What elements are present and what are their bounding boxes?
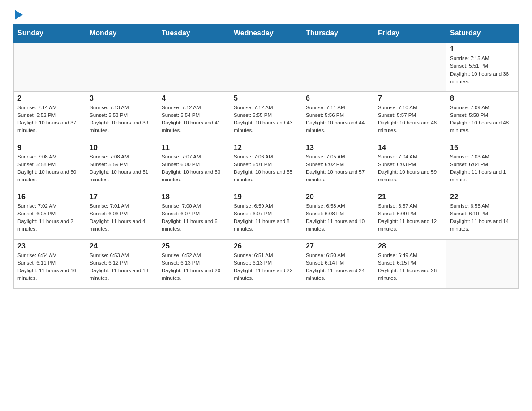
calendar-cell: 3Sunrise: 7:13 AMSunset: 5:53 PMDaylight… xyxy=(86,91,158,141)
calendar-header-monday: Monday xyxy=(86,25,158,43)
day-info: Sunrise: 6:51 AMSunset: 6:13 PMDaylight:… xyxy=(234,252,298,283)
calendar-week-row: 2Sunrise: 7:14 AMSunset: 5:52 PMDaylight… xyxy=(14,91,519,141)
calendar-cell: 7Sunrise: 7:10 AMSunset: 5:57 PMDaylight… xyxy=(374,91,446,141)
day-number: 18 xyxy=(162,193,226,201)
day-info: Sunrise: 7:01 AMSunset: 6:06 PMDaylight:… xyxy=(90,202,154,233)
day-info: Sunrise: 7:15 AMSunset: 5:51 PMDaylight:… xyxy=(450,55,515,86)
day-info: Sunrise: 6:49 AMSunset: 6:15 PMDaylight:… xyxy=(378,252,442,283)
page-header xyxy=(13,9,519,20)
calendar-cell: 5Sunrise: 7:12 AMSunset: 5:55 PMDaylight… xyxy=(230,91,302,141)
day-info: Sunrise: 7:10 AMSunset: 5:57 PMDaylight:… xyxy=(378,104,442,135)
day-number: 11 xyxy=(162,144,226,152)
calendar-cell: 9Sunrise: 7:08 AMSunset: 5:58 PMDaylight… xyxy=(14,141,86,190)
calendar-cell: 8Sunrise: 7:09 AMSunset: 5:58 PMDaylight… xyxy=(446,91,519,141)
day-info: Sunrise: 7:08 AMSunset: 5:58 PMDaylight:… xyxy=(17,153,82,184)
calendar-cell: 23Sunrise: 6:54 AMSunset: 6:11 PMDayligh… xyxy=(14,239,86,288)
calendar-cell: 12Sunrise: 7:06 AMSunset: 6:01 PMDayligh… xyxy=(230,141,302,190)
day-number: 3 xyxy=(90,94,154,103)
day-number: 26 xyxy=(234,242,298,250)
logo xyxy=(13,9,23,20)
day-info: Sunrise: 6:54 AMSunset: 6:11 PMDaylight:… xyxy=(17,252,82,283)
calendar-cell: 13Sunrise: 7:05 AMSunset: 6:02 PMDayligh… xyxy=(302,141,374,190)
calendar-cell: 16Sunrise: 7:02 AMSunset: 6:05 PMDayligh… xyxy=(14,190,86,239)
day-number: 9 xyxy=(17,144,82,152)
day-number: 27 xyxy=(306,242,370,250)
day-info: Sunrise: 7:04 AMSunset: 6:03 PMDaylight:… xyxy=(378,153,442,184)
day-info: Sunrise: 7:13 AMSunset: 5:53 PMDaylight:… xyxy=(90,104,154,135)
day-info: Sunrise: 7:05 AMSunset: 6:02 PMDaylight:… xyxy=(306,153,370,184)
day-info: Sunrise: 7:02 AMSunset: 6:05 PMDaylight:… xyxy=(17,202,82,233)
day-info: Sunrise: 6:52 AMSunset: 6:13 PMDaylight:… xyxy=(162,252,226,283)
calendar-week-row: 16Sunrise: 7:02 AMSunset: 6:05 PMDayligh… xyxy=(14,190,519,239)
calendar-cell: 22Sunrise: 6:55 AMSunset: 6:10 PMDayligh… xyxy=(446,190,519,239)
calendar-cell: 21Sunrise: 6:57 AMSunset: 6:09 PMDayligh… xyxy=(374,190,446,239)
day-number: 28 xyxy=(378,242,442,250)
calendar-table: SundayMondayTuesdayWednesdayThursdayFrid… xyxy=(13,24,519,289)
day-info: Sunrise: 7:00 AMSunset: 6:07 PMDaylight:… xyxy=(162,202,226,233)
day-number: 10 xyxy=(90,144,154,152)
calendar-header-saturday: Saturday xyxy=(446,25,519,43)
day-info: Sunrise: 7:07 AMSunset: 6:00 PMDaylight:… xyxy=(162,153,226,184)
day-info: Sunrise: 6:57 AMSunset: 6:09 PMDaylight:… xyxy=(378,202,442,233)
calendar-header-row: SundayMondayTuesdayWednesdayThursdayFrid… xyxy=(14,25,519,43)
calendar-cell xyxy=(446,239,519,288)
day-number: 24 xyxy=(90,242,154,250)
calendar-cell xyxy=(374,42,446,91)
day-number: 25 xyxy=(162,242,226,250)
day-number: 23 xyxy=(17,242,82,250)
calendar-cell: 19Sunrise: 6:59 AMSunset: 6:07 PMDayligh… xyxy=(230,190,302,239)
day-number: 14 xyxy=(378,144,442,152)
calendar-week-row: 1Sunrise: 7:15 AMSunset: 5:51 PMDaylight… xyxy=(14,42,519,91)
calendar-cell: 10Sunrise: 7:08 AMSunset: 5:59 PMDayligh… xyxy=(86,141,158,190)
calendar-cell: 1Sunrise: 7:15 AMSunset: 5:51 PMDaylight… xyxy=(446,42,519,91)
day-info: Sunrise: 7:11 AMSunset: 5:56 PMDaylight:… xyxy=(306,104,370,135)
day-info: Sunrise: 6:53 AMSunset: 6:12 PMDaylight:… xyxy=(90,252,154,283)
day-number: 4 xyxy=(162,94,226,103)
calendar-cell: 15Sunrise: 7:03 AMSunset: 6:04 PMDayligh… xyxy=(446,141,519,190)
calendar-cell: 14Sunrise: 7:04 AMSunset: 6:03 PMDayligh… xyxy=(374,141,446,190)
day-info: Sunrise: 7:08 AMSunset: 5:59 PMDaylight:… xyxy=(90,153,154,184)
day-info: Sunrise: 6:55 AMSunset: 6:10 PMDaylight:… xyxy=(450,202,515,233)
calendar-cell: 18Sunrise: 7:00 AMSunset: 6:07 PMDayligh… xyxy=(158,190,230,239)
day-number: 21 xyxy=(378,193,442,201)
calendar-cell xyxy=(158,42,230,91)
day-number: 7 xyxy=(378,94,442,103)
day-number: 6 xyxy=(306,94,370,103)
calendar-cell: 2Sunrise: 7:14 AMSunset: 5:52 PMDaylight… xyxy=(14,91,86,141)
calendar-week-row: 9Sunrise: 7:08 AMSunset: 5:58 PMDaylight… xyxy=(14,141,519,190)
calendar-week-row: 23Sunrise: 6:54 AMSunset: 6:11 PMDayligh… xyxy=(14,239,519,288)
day-number: 15 xyxy=(450,144,515,152)
day-info: Sunrise: 7:12 AMSunset: 5:55 PMDaylight:… xyxy=(234,104,298,135)
calendar-cell xyxy=(86,42,158,91)
calendar-cell: 6Sunrise: 7:11 AMSunset: 5:56 PMDaylight… xyxy=(302,91,374,141)
day-number: 19 xyxy=(234,193,298,201)
calendar-cell: 28Sunrise: 6:49 AMSunset: 6:15 PMDayligh… xyxy=(374,239,446,288)
day-number: 22 xyxy=(450,193,515,201)
day-number: 2 xyxy=(17,94,82,103)
calendar-cell: 27Sunrise: 6:50 AMSunset: 6:14 PMDayligh… xyxy=(302,239,374,288)
day-info: Sunrise: 6:50 AMSunset: 6:14 PMDaylight:… xyxy=(306,252,370,283)
calendar-header-friday: Friday xyxy=(374,25,446,43)
day-number: 20 xyxy=(306,193,370,201)
day-number: 5 xyxy=(234,94,298,103)
calendar-cell: 20Sunrise: 6:58 AMSunset: 6:08 PMDayligh… xyxy=(302,190,374,239)
day-number: 17 xyxy=(90,193,154,201)
day-info: Sunrise: 7:03 AMSunset: 6:04 PMDaylight:… xyxy=(450,153,515,184)
day-number: 16 xyxy=(17,193,82,201)
calendar-cell xyxy=(230,42,302,91)
calendar-cell: 4Sunrise: 7:12 AMSunset: 5:54 PMDaylight… xyxy=(158,91,230,141)
calendar-cell xyxy=(14,42,86,91)
day-info: Sunrise: 6:58 AMSunset: 6:08 PMDaylight:… xyxy=(306,202,370,233)
day-info: Sunrise: 6:59 AMSunset: 6:07 PMDaylight:… xyxy=(234,202,298,233)
day-info: Sunrise: 7:12 AMSunset: 5:54 PMDaylight:… xyxy=(162,104,226,135)
calendar-cell: 26Sunrise: 6:51 AMSunset: 6:13 PMDayligh… xyxy=(230,239,302,288)
calendar-header-tuesday: Tuesday xyxy=(158,25,230,43)
day-number: 12 xyxy=(234,144,298,152)
day-number: 13 xyxy=(306,144,370,152)
calendar-cell: 25Sunrise: 6:52 AMSunset: 6:13 PMDayligh… xyxy=(158,239,230,288)
day-info: Sunrise: 7:09 AMSunset: 5:58 PMDaylight:… xyxy=(450,104,515,135)
calendar-cell: 24Sunrise: 6:53 AMSunset: 6:12 PMDayligh… xyxy=(86,239,158,288)
logo-triangle-icon xyxy=(15,10,23,21)
calendar-header-sunday: Sunday xyxy=(14,25,86,43)
calendar-header-wednesday: Wednesday xyxy=(230,25,302,43)
